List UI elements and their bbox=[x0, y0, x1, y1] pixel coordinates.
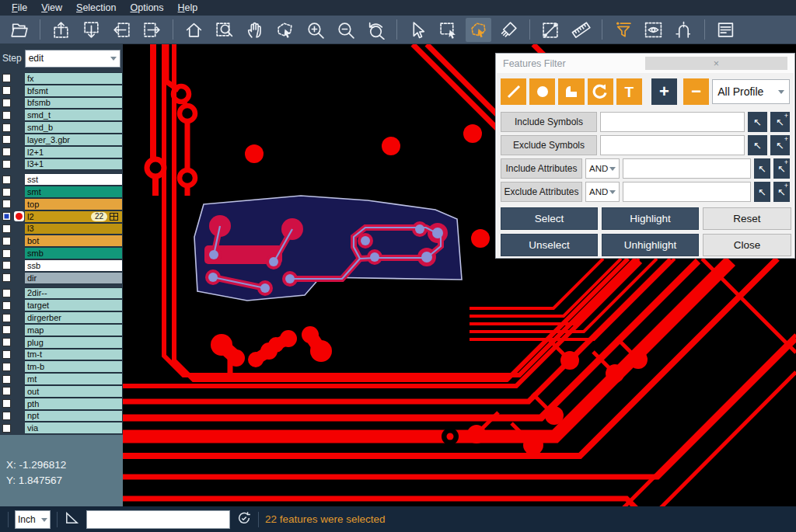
layer-visibility-checkbox[interactable] bbox=[2, 387, 11, 395]
layer-row-smt[interactable]: smt bbox=[0, 186, 123, 198]
include-symbols-pick-button[interactable]: ↖ bbox=[748, 112, 767, 132]
include-attributes-button[interactable]: Include Attributes bbox=[501, 158, 582, 179]
filter-remove-button[interactable]: − bbox=[683, 78, 709, 105]
zoom-area-icon[interactable] bbox=[211, 18, 237, 42]
command-input[interactable] bbox=[86, 510, 230, 529]
layer-visibility-checkbox[interactable] bbox=[2, 249, 11, 258]
exclude-attributes-operator-select[interactable]: AND bbox=[585, 182, 620, 202]
layer-row-via[interactable]: via bbox=[0, 422, 123, 434]
step-select[interactable]: edit bbox=[25, 50, 120, 68]
clear-highlight-icon[interactable] bbox=[496, 18, 522, 42]
include-attributes-pick-add-button[interactable]: ↖+ bbox=[773, 158, 790, 179]
layer-row-layer_3.gbr[interactable]: layer_3.gbr bbox=[0, 134, 123, 146]
layer-row-l2+1[interactable]: l2+1 bbox=[0, 146, 123, 158]
select-rect-icon[interactable] bbox=[435, 18, 461, 42]
include-attributes-input[interactable] bbox=[623, 158, 751, 179]
zoom-in-icon[interactable] bbox=[302, 18, 328, 42]
home-icon[interactable] bbox=[181, 18, 207, 42]
select-polygon-icon[interactable] bbox=[466, 18, 491, 42]
exclude-symbols-pick-add-button[interactable]: ↖+ bbox=[770, 135, 790, 155]
layer-name[interactable]: map bbox=[25, 324, 123, 336]
layer-visibility-checkbox[interactable] bbox=[2, 123, 11, 132]
layer-row-l3[interactable]: l3 bbox=[0, 223, 123, 235]
measure-points-icon[interactable] bbox=[538, 18, 564, 42]
ruler-icon[interactable] bbox=[568, 18, 594, 42]
layer-name[interactable]: bfsmb bbox=[25, 97, 123, 110]
reset-button[interactable]: Reset bbox=[703, 207, 791, 230]
layer-name[interactable]: dirgerber bbox=[25, 311, 123, 324]
layer-name[interactable]: bfsmt bbox=[25, 85, 123, 97]
pan-hand-icon[interactable] bbox=[242, 18, 267, 42]
layer-name[interactable]: plug bbox=[25, 336, 123, 349]
layer-name[interactable]: tm-b bbox=[25, 360, 123, 373]
layer-row-smd_b[interactable]: smd_b bbox=[0, 121, 123, 134]
layer-visibility-checkbox[interactable] bbox=[2, 375, 11, 384]
layer-row-mt[interactable]: mt bbox=[0, 373, 123, 385]
pan-up-icon[interactable] bbox=[48, 18, 74, 42]
layers-panel-icon[interactable] bbox=[713, 18, 738, 42]
layer-name[interactable]: dir bbox=[25, 272, 123, 284]
snap-icon[interactable] bbox=[671, 18, 696, 42]
layer-name[interactable]: l222 bbox=[25, 210, 123, 223]
pan-down-icon[interactable] bbox=[79, 18, 104, 42]
layer-row-dir[interactable]: dir bbox=[0, 272, 123, 284]
zoom-polygon-icon[interactable] bbox=[272, 18, 298, 42]
include-symbols-input[interactable] bbox=[600, 112, 745, 132]
layer-row-map[interactable]: map bbox=[0, 324, 123, 336]
zoom-out-icon[interactable] bbox=[333, 18, 358, 42]
layer-visibility-checkbox[interactable] bbox=[2, 273, 11, 282]
layer-name[interactable]: bot bbox=[25, 235, 123, 247]
layer-visibility-checkbox[interactable] bbox=[2, 237, 11, 245]
layer-visibility-checkbox[interactable] bbox=[2, 350, 11, 359]
zoom-previous-icon[interactable] bbox=[363, 18, 389, 42]
layer-name[interactable]: sst bbox=[25, 173, 123, 186]
layer-visibility-checkbox[interactable] bbox=[2, 224, 11, 233]
layer-name[interactable]: target bbox=[25, 299, 123, 311]
filter-pad-button[interactable] bbox=[529, 78, 555, 105]
layer-visibility-checkbox[interactable] bbox=[2, 261, 11, 269]
active-layer-indicator[interactable] bbox=[14, 211, 24, 221]
layer-row-tm-b[interactable]: tm-b bbox=[0, 360, 123, 373]
layer-visibility-checkbox[interactable] bbox=[2, 200, 11, 208]
filter-arc-button[interactable] bbox=[588, 78, 613, 105]
units-select[interactable]: Inch bbox=[15, 510, 51, 529]
layer-name[interactable]: via bbox=[25, 422, 123, 434]
layer-name[interactable]: l3 bbox=[25, 223, 123, 235]
layer-visibility-checkbox[interactable] bbox=[2, 424, 11, 433]
exclude-attributes-input[interactable] bbox=[623, 182, 751, 202]
layer-name[interactable]: ssb bbox=[25, 259, 123, 272]
filter-text-button[interactable]: T bbox=[616, 78, 642, 105]
layer-name[interactable]: top bbox=[25, 198, 123, 210]
layer-name[interactable]: l3+1 bbox=[25, 158, 123, 171]
menu-item-options[interactable]: Options bbox=[123, 1, 170, 15]
layer-row-top[interactable]: top bbox=[0, 198, 123, 210]
layer-row-bfsmb[interactable]: bfsmb bbox=[0, 97, 123, 110]
profile-select[interactable]: All Profile bbox=[712, 79, 790, 104]
layer-visibility-checkbox[interactable] bbox=[2, 399, 11, 408]
exclude-symbols-input[interactable] bbox=[600, 135, 745, 155]
layer-visibility-checkbox[interactable] bbox=[2, 99, 11, 107]
angle-mode-icon[interactable] bbox=[64, 509, 80, 529]
layer-visibility-checkbox[interactable] bbox=[2, 111, 11, 120]
menu-item-file[interactable]: File bbox=[5, 1, 34, 15]
highlight-button[interactable]: Highlight bbox=[602, 207, 699, 230]
layer-row-smb[interactable]: smb bbox=[0, 247, 123, 259]
layer-name[interactable]: out bbox=[25, 385, 123, 398]
layer-row-fx[interactable]: fx bbox=[0, 72, 123, 85]
layer-name[interactable]: smd_b bbox=[25, 121, 123, 134]
layer-visibility-checkbox[interactable] bbox=[2, 412, 11, 420]
filter-line-button[interactable] bbox=[501, 78, 526, 105]
include-attributes-pick-button[interactable]: ↖ bbox=[754, 158, 770, 179]
layer-row-target[interactable]: target bbox=[0, 299, 123, 311]
layer-visibility-checkbox[interactable] bbox=[2, 212, 11, 221]
close-button[interactable]: Close bbox=[703, 234, 791, 256]
layer-visibility-checkbox[interactable] bbox=[2, 301, 11, 310]
pan-left-icon[interactable] bbox=[109, 18, 134, 42]
layer-row-2dir--[interactable]: 2dir-- bbox=[0, 287, 123, 300]
layer-visibility-checkbox[interactable] bbox=[2, 314, 11, 322]
select-arrow-icon[interactable] bbox=[405, 18, 431, 42]
layer-row-out[interactable]: out bbox=[0, 385, 123, 398]
layer-row-l3+1[interactable]: l3+1 bbox=[0, 158, 123, 171]
layer-visibility-checkbox[interactable] bbox=[2, 188, 11, 196]
layer-name[interactable]: mt bbox=[25, 373, 123, 385]
